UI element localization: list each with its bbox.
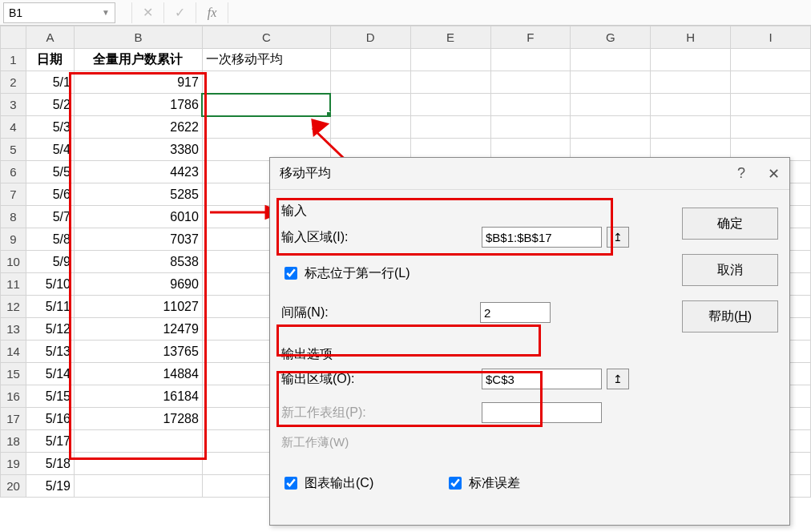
cell[interactable]: 17288 bbox=[74, 408, 202, 430]
cell[interactable] bbox=[731, 94, 811, 116]
row-header[interactable]: 4 bbox=[1, 116, 26, 139]
cell[interactable] bbox=[731, 71, 811, 94]
cell[interactable]: 5/13 bbox=[26, 341, 74, 363]
cell[interactable] bbox=[571, 49, 651, 71]
row-header[interactable]: 19 bbox=[1, 453, 26, 475]
col-header-B[interactable]: B bbox=[74, 26, 202, 49]
cell[interactable] bbox=[731, 49, 811, 71]
col-header-C[interactable]: C bbox=[202, 26, 330, 49]
cell[interactable]: 16184 bbox=[74, 385, 202, 408]
row-header[interactable]: 9 bbox=[1, 228, 26, 251]
cell[interactable] bbox=[330, 71, 410, 94]
col-header-A[interactable]: A bbox=[26, 26, 74, 49]
row-header[interactable]: 10 bbox=[1, 251, 26, 273]
formula-input[interactable] bbox=[228, 2, 811, 23]
row-header[interactable]: 12 bbox=[1, 296, 26, 318]
cell[interactable]: 5/1 bbox=[26, 71, 74, 94]
input-range-field[interactable] bbox=[482, 227, 602, 248]
cell[interactable] bbox=[651, 71, 731, 94]
cell[interactable] bbox=[410, 71, 490, 94]
cell[interactable]: 5/18 bbox=[26, 453, 74, 475]
row-header[interactable]: 1 bbox=[1, 49, 26, 71]
cell[interactable]: 917 bbox=[74, 71, 202, 94]
row-header[interactable]: 6 bbox=[1, 161, 26, 183]
cell[interactable]: 全量用户数累计 bbox=[74, 49, 202, 71]
cell[interactable]: 1786 bbox=[74, 94, 202, 116]
row-header[interactable]: 17 bbox=[1, 408, 26, 430]
row-header[interactable]: 8 bbox=[1, 206, 26, 228]
cell[interactable] bbox=[731, 116, 811, 139]
cell[interactable] bbox=[410, 116, 490, 139]
cell[interactable] bbox=[651, 94, 731, 116]
cell[interactable] bbox=[74, 475, 202, 498]
cell[interactable] bbox=[490, 71, 571, 94]
cell[interactable] bbox=[490, 94, 571, 116]
cell[interactable]: 一次移动平均 bbox=[202, 49, 330, 71]
col-header-F[interactable]: F bbox=[490, 26, 571, 49]
row-header[interactable]: 14 bbox=[1, 341, 26, 363]
col-header-D[interactable]: D bbox=[330, 26, 410, 49]
cell[interactable] bbox=[74, 453, 202, 475]
cell[interactable]: 5/11 bbox=[26, 296, 74, 318]
cell[interactable]: 4423 bbox=[74, 161, 202, 183]
cell[interactable]: 5/15 bbox=[26, 385, 74, 408]
select-all-corner[interactable] bbox=[1, 26, 26, 49]
cell[interactable]: 3380 bbox=[74, 139, 202, 161]
cell[interactable] bbox=[330, 49, 410, 71]
row-header[interactable]: 16 bbox=[1, 385, 26, 408]
col-header-G[interactable]: G bbox=[571, 26, 651, 49]
dialog-close-icon[interactable]: ✕ bbox=[768, 165, 780, 183]
cancel-formula-button[interactable]: ✕ bbox=[131, 2, 163, 23]
labels-first-row-input[interactable] bbox=[284, 267, 297, 280]
std-error-checkbox[interactable]: 标准误差 bbox=[446, 474, 520, 492]
range-picker-button[interactable]: ↥ bbox=[607, 369, 629, 389]
confirm-formula-button[interactable]: ✓ bbox=[163, 2, 196, 23]
cell[interactable] bbox=[410, 49, 490, 71]
name-box-dropdown-icon[interactable]: ▼ bbox=[102, 8, 110, 17]
col-header-E[interactable]: E bbox=[410, 26, 490, 49]
range-picker-button[interactable]: ↥ bbox=[607, 227, 629, 248]
cell[interactable] bbox=[571, 94, 651, 116]
cell[interactable]: 9690 bbox=[74, 273, 202, 296]
interval-field[interactable] bbox=[480, 302, 551, 323]
cell[interactable]: 6010 bbox=[74, 206, 202, 228]
row-header[interactable]: 5 bbox=[1, 139, 26, 161]
cell[interactable]: 11027 bbox=[74, 296, 202, 318]
cell[interactable] bbox=[74, 430, 202, 453]
chart-output-checkbox[interactable]: 图表输出(C) bbox=[281, 474, 373, 492]
cell[interactable] bbox=[410, 94, 490, 116]
cell[interactable]: 5/9 bbox=[26, 251, 74, 273]
cell[interactable]: 5/3 bbox=[26, 116, 74, 139]
row-header[interactable]: 7 bbox=[1, 183, 26, 206]
output-range-field[interactable] bbox=[482, 369, 602, 389]
cell[interactable]: 5/5 bbox=[26, 161, 74, 183]
cell[interactable]: 14884 bbox=[74, 363, 202, 385]
insert-function-button[interactable]: fx bbox=[196, 2, 228, 23]
cell[interactable]: 2622 bbox=[74, 116, 202, 139]
cell[interactable] bbox=[651, 49, 731, 71]
chart-output-input[interactable] bbox=[284, 477, 297, 490]
std-error-input[interactable] bbox=[449, 477, 462, 490]
cell[interactable] bbox=[651, 116, 731, 139]
cell[interactable] bbox=[330, 116, 410, 139]
row-header[interactable]: 20 bbox=[1, 475, 26, 498]
cell[interactable] bbox=[202, 116, 330, 139]
cell[interactable] bbox=[571, 116, 651, 139]
cell[interactable] bbox=[571, 71, 651, 94]
dialog-help-icon[interactable]: ? bbox=[737, 165, 745, 182]
col-header-H[interactable]: H bbox=[651, 26, 731, 49]
cell[interactable]: 5285 bbox=[74, 183, 202, 206]
cell[interactable]: 13765 bbox=[74, 341, 202, 363]
cell[interactable] bbox=[330, 94, 410, 116]
cell[interactable]: 7037 bbox=[74, 228, 202, 251]
ok-button[interactable]: 确定 bbox=[682, 208, 778, 240]
cell[interactable]: 日期 bbox=[26, 49, 74, 71]
row-header[interactable]: 13 bbox=[1, 318, 26, 341]
cell[interactable]: 5/12 bbox=[26, 318, 74, 341]
cell[interactable]: 5/17 bbox=[26, 430, 74, 453]
cell-selected[interactable] bbox=[202, 94, 330, 116]
cell[interactable]: 12479 bbox=[74, 318, 202, 341]
cell[interactable] bbox=[202, 71, 330, 94]
cell[interactable] bbox=[490, 49, 571, 71]
cell[interactable]: 8538 bbox=[74, 251, 202, 273]
